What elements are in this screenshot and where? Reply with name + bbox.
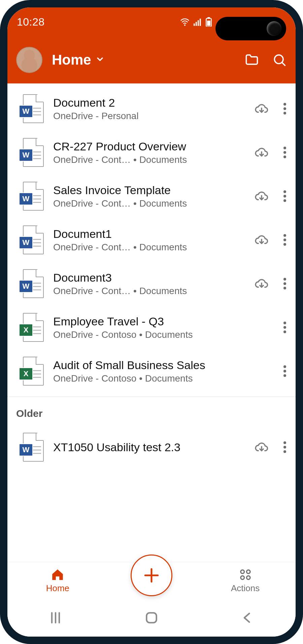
file-text: CR-227 Product OverviewOneDrive - Cont… … (53, 140, 245, 165)
svg-point-17 (283, 155, 286, 158)
word-file-icon: W (19, 182, 44, 211)
view-switcher[interactable]: Home (52, 52, 235, 68)
nav-actions-label: Actions (231, 583, 260, 594)
svg-point-11 (283, 103, 286, 106)
nav-home[interactable]: Home (27, 568, 88, 594)
file-subtitle: OneDrive - Contoso • Documents (53, 329, 273, 340)
svg-point-42 (241, 570, 244, 574)
file-title: Sales Invoice Template (53, 184, 245, 197)
more-icon[interactable] (283, 189, 287, 203)
file-row[interactable]: WDocument 2OneDrive - Personal (7, 87, 296, 131)
content-scroll[interactable]: WDocument 2OneDrive - PersonalWCR-227 Pr… (7, 83, 296, 566)
file-subtitle: OneDrive - Contoso • Documents (53, 373, 273, 384)
signal-icon (193, 18, 202, 26)
more-icon[interactable] (283, 321, 287, 334)
file-row[interactable]: XAudit of Small Business SalesOneDrive -… (7, 349, 296, 393)
file-text: XT1050 Usability test 2.3 (53, 441, 245, 454)
svg-point-16 (283, 151, 286, 154)
file-title: XT1050 Usability test 2.3 (53, 441, 245, 454)
sys-recents-icon[interactable] (48, 610, 63, 625)
chevron-down-icon (95, 55, 105, 65)
folder-icon[interactable] (244, 52, 259, 67)
more-icon[interactable] (283, 233, 287, 247)
svg-point-43 (246, 570, 250, 574)
svg-point-37 (283, 441, 286, 444)
svg-point-25 (283, 243, 286, 246)
svg-point-12 (283, 107, 286, 110)
system-nav (7, 599, 296, 637)
svg-point-39 (283, 450, 286, 453)
avatar[interactable] (16, 47, 42, 73)
more-icon[interactable] (283, 440, 287, 454)
svg-point-30 (283, 322, 286, 324)
file-subtitle: OneDrive - Personal (53, 111, 245, 121)
wifi-icon (180, 18, 190, 26)
file-subtitle: OneDrive - Cont… • Documents (53, 242, 245, 253)
file-title: Employee Travel - Q3 (53, 315, 273, 328)
file-title: Audit of Small Business Sales (53, 359, 273, 372)
file-text: Document3OneDrive - Cont… • Documents (53, 271, 245, 296)
svg-point-32 (283, 330, 286, 333)
page-title: Home (52, 52, 91, 68)
more-icon[interactable] (283, 364, 287, 378)
more-icon[interactable] (283, 146, 287, 159)
svg-point-45 (246, 576, 250, 580)
word-file-icon: W (19, 138, 44, 167)
status-time: 10:28 (17, 16, 45, 28)
file-row[interactable]: WDocument1OneDrive - Cont… • Documents (7, 218, 296, 262)
file-row[interactable]: XEmployee Travel - Q3OneDrive - Contoso … (7, 306, 296, 349)
svg-point-13 (283, 112, 286, 114)
svg-point-33 (283, 365, 286, 368)
file-text: Sales Invoice TemplateOneDrive - Cont… •… (53, 184, 245, 209)
cloud-download-icon[interactable] (255, 102, 269, 116)
svg-point-29 (283, 287, 286, 289)
word-file-icon: W (19, 94, 44, 123)
word-file-icon: W (19, 269, 44, 298)
cloud-download-icon[interactable] (255, 233, 269, 247)
svg-point-24 (283, 239, 286, 241)
svg-rect-49 (146, 613, 156, 622)
word-file-icon: W (19, 433, 44, 462)
more-icon[interactable] (283, 102, 287, 115)
file-title: CR-227 Product Overview (53, 140, 245, 153)
svg-point-21 (283, 199, 286, 202)
excel-file-icon: X (19, 313, 44, 342)
search-icon[interactable] (272, 52, 287, 67)
file-text: Employee Travel - Q3OneDrive - Contoso •… (53, 315, 273, 340)
cloud-download-icon[interactable] (255, 277, 269, 291)
svg-point-34 (283, 370, 286, 372)
svg-point-20 (283, 195, 286, 198)
file-text: Document 2OneDrive - Personal (53, 96, 245, 121)
file-title: Document1 (53, 227, 245, 241)
svg-rect-1 (194, 24, 195, 26)
file-row[interactable]: WCR-227 Product OverviewOneDrive - Cont…… (7, 131, 296, 174)
nav-actions[interactable]: Actions (215, 568, 276, 594)
cloud-download-icon[interactable] (255, 189, 269, 203)
file-title: Document3 (53, 271, 245, 284)
svg-point-28 (283, 282, 286, 285)
new-button[interactable] (131, 554, 172, 596)
svg-point-0 (184, 24, 186, 26)
svg-rect-3 (198, 20, 199, 26)
file-row[interactable]: WXT1050 Usability test 2.3 (7, 425, 296, 469)
svg-rect-7 (207, 21, 210, 26)
cloud-download-icon[interactable] (255, 440, 269, 454)
more-icon[interactable] (283, 277, 287, 290)
sys-home-icon[interactable] (144, 610, 159, 625)
svg-line-9 (282, 63, 285, 66)
file-subtitle: OneDrive - Cont… • Documents (53, 286, 245, 296)
file-title: Document 2 (53, 96, 245, 109)
cloud-download-icon[interactable] (255, 145, 269, 159)
camera-cutout (215, 17, 286, 40)
file-text: Audit of Small Business SalesOneDrive - … (53, 359, 273, 384)
file-subtitle: OneDrive - Cont… • Documents (53, 198, 245, 209)
file-row[interactable]: WSales Invoice TemplateOneDrive - Cont… … (7, 174, 296, 218)
file-row[interactable]: WDocument3OneDrive - Cont… • Documents (7, 262, 296, 306)
svg-point-44 (241, 576, 244, 580)
svg-point-31 (283, 326, 286, 329)
app-header: Home (7, 36, 296, 83)
svg-point-15 (283, 147, 286, 149)
sys-back-icon[interactable] (240, 610, 255, 625)
svg-point-27 (283, 278, 286, 281)
svg-point-38 (283, 446, 286, 449)
